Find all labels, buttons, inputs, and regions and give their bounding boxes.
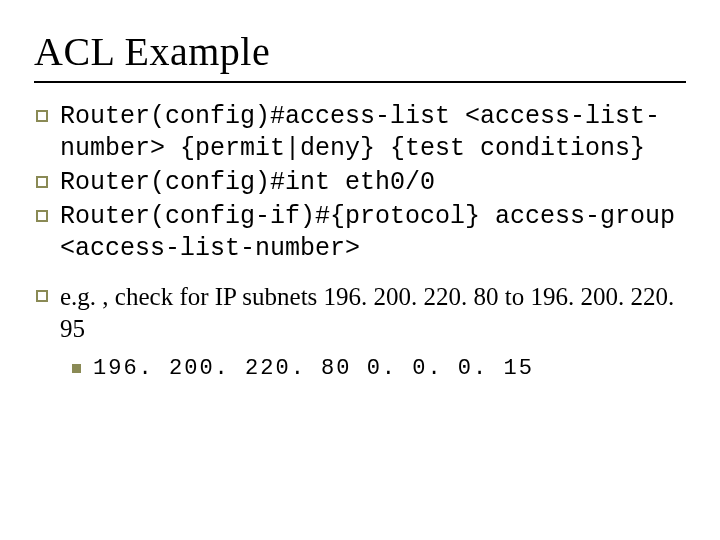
square-bullet-icon: [36, 210, 48, 222]
square-bullet-icon: [36, 290, 48, 302]
sub-list-item: 196. 200. 220. 80 0. 0. 0. 15: [70, 355, 686, 383]
list-item: Router(config)#access-list <access-list-…: [34, 101, 686, 165]
square-bullet-icon: [36, 176, 48, 188]
list-item: Router(config-if)#{protocol} access-grou…: [34, 201, 686, 265]
title-rule: [34, 81, 686, 83]
bullet-text: Router(config)#access-list <access-list-…: [60, 101, 686, 165]
bullet-list: Router(config)#access-list <access-list-…: [34, 101, 686, 383]
slide: ACL Example Router(config)#access-list <…: [0, 0, 720, 540]
page-title: ACL Example: [34, 28, 686, 75]
square-filled-bullet-icon: [72, 364, 81, 373]
bullet-text: Router(config)#int eth0/0: [60, 167, 686, 199]
list-item: Router(config)#int eth0/0: [34, 167, 686, 199]
square-bullet-icon: [36, 110, 48, 122]
bullet-text: Router(config-if)#{protocol} access-grou…: [60, 201, 686, 265]
bullet-text: e.g. , check for IP subnets 196. 200. 22…: [60, 281, 686, 345]
list-item: e.g. , check for IP subnets 196. 200. 22…: [34, 281, 686, 345]
sub-bullet-text: 196. 200. 220. 80 0. 0. 0. 15: [93, 355, 686, 383]
spacer: [34, 267, 686, 281]
